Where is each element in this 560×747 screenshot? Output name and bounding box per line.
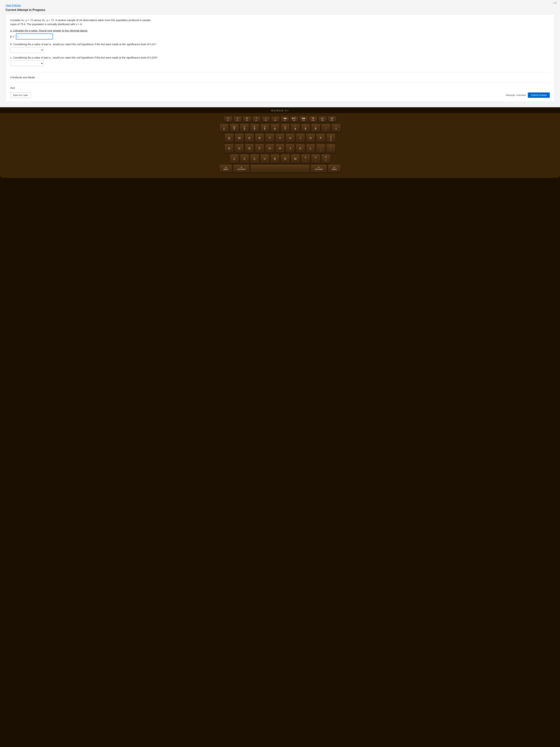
key-f6[interactable]: ·— F6 bbox=[271, 117, 279, 122]
key-c[interactable]: C bbox=[250, 154, 259, 163]
hint-label: Hint bbox=[10, 86, 15, 89]
key-semicolon[interactable]: : ; bbox=[316, 144, 325, 153]
part-c-dropdown[interactable]: Yes No bbox=[10, 60, 44, 66]
fast-forward-icon: ▶▶ bbox=[302, 117, 305, 120]
key-7[interactable]: & 7 bbox=[281, 124, 290, 132]
save-later-button[interactable]: Save for Later bbox=[10, 93, 31, 98]
key-alt-left[interactable]: alt option bbox=[219, 164, 232, 173]
key-period[interactable]: > . bbox=[311, 154, 320, 163]
play-pause-icon: ▶⏸ bbox=[292, 117, 296, 120]
key-f3[interactable]: ⊞ F3 bbox=[243, 117, 251, 122]
key-f5[interactable]: —· F5 bbox=[262, 117, 270, 122]
f2-label: F2 bbox=[237, 120, 239, 121]
p-label: p = bbox=[10, 35, 15, 38]
key-quote[interactable]: " ' bbox=[326, 144, 336, 153]
part-c-text: c. Considering the p-value of part a., w… bbox=[10, 56, 550, 59]
key-f8[interactable]: ▶⏸ F8 bbox=[290, 117, 298, 122]
f11-label: F11 bbox=[321, 120, 324, 121]
part-b-dropdown[interactable]: Yes No bbox=[10, 47, 44, 53]
key-3[interactable]: # 3 bbox=[240, 124, 249, 132]
key-s[interactable]: S bbox=[235, 144, 244, 153]
key-f4[interactable]: ⠿ F4 bbox=[252, 117, 261, 122]
minus-label: - bbox=[325, 128, 326, 130]
key-y[interactable]: Y bbox=[275, 133, 285, 143]
key-2[interactable]: @ 2 bbox=[230, 124, 239, 132]
key-t[interactable]: T bbox=[265, 133, 274, 143]
key-n[interactable]: N bbox=[281, 154, 290, 163]
hint-row[interactable]: Hint bbox=[10, 85, 550, 91]
key-cmd-right[interactable]: ⌘ command bbox=[311, 164, 327, 173]
key-equals[interactable]: + = bbox=[331, 124, 341, 132]
num-row: ! 1 @ 2 # 3 $ 4 % 5 ^ 6 bbox=[4, 124, 556, 132]
key-f1[interactable]: ☀ F1 bbox=[224, 117, 233, 122]
f9-label: F9 bbox=[302, 120, 304, 121]
f4-label: F4 bbox=[256, 120, 258, 121]
key-i[interactable]: I bbox=[296, 133, 305, 143]
key-r[interactable]: R bbox=[255, 133, 264, 143]
key-4[interactable]: $ 4 bbox=[250, 124, 259, 132]
key-b[interactable]: B bbox=[270, 154, 279, 163]
alt-left-bottom-label: option bbox=[223, 169, 228, 170]
key-8[interactable]: * 8 bbox=[291, 124, 300, 132]
key-1[interactable]: ! 1 bbox=[219, 124, 229, 132]
key-v[interactable]: V bbox=[260, 154, 269, 163]
key-openbracket[interactable]: { [ bbox=[326, 133, 336, 143]
key-z[interactable]: Z bbox=[230, 154, 239, 163]
key-l[interactable]: L bbox=[306, 144, 315, 153]
key-o[interactable]: O bbox=[306, 133, 315, 143]
key-0[interactable]: ) 0 bbox=[311, 124, 320, 132]
key-f2[interactable]: ☀ F2 bbox=[233, 117, 242, 122]
key-k[interactable]: K bbox=[296, 144, 305, 153]
brightness-low-icon: ☀ bbox=[227, 117, 229, 120]
key-f10[interactable]: 🔇 F10 bbox=[309, 117, 317, 122]
keyboard-backlight-low-icon: —· bbox=[264, 117, 267, 120]
volume-low-icon: 🔉 bbox=[321, 117, 324, 120]
key-f[interactable]: F bbox=[255, 144, 264, 153]
key-m[interactable]: M bbox=[291, 154, 300, 163]
key-w[interactable]: W bbox=[235, 133, 244, 143]
bottom-row: alt option ⌘ command ⌘ command alt optio… bbox=[4, 164, 556, 173]
screen-area: - / 4 View Policies Current Attempt in P… bbox=[0, 0, 560, 107]
key-space[interactable] bbox=[250, 164, 310, 173]
cmd-right-label: command bbox=[315, 169, 323, 170]
submit-button[interactable]: Submit Answer bbox=[528, 93, 550, 98]
1-label: 1 bbox=[223, 128, 224, 130]
key-minus[interactable]: _ - bbox=[321, 124, 330, 132]
fn-row: ☀ F1 ☀ F2 ⊞ F3 ⠿ F4 —· F5 ·— F6 bbox=[4, 117, 556, 122]
current-attempt-title: Current Attempt in Progress bbox=[5, 8, 555, 12]
key-d[interactable]: D bbox=[245, 144, 254, 153]
key-f12[interactable]: 🔊 F12 bbox=[328, 117, 336, 122]
key-f11[interactable]: 🔉 F11 bbox=[318, 117, 327, 122]
view-policies-link[interactable]: View Policies bbox=[5, 4, 21, 7]
key-h[interactable]: H bbox=[275, 144, 285, 153]
8-label: 8 bbox=[295, 128, 296, 130]
key-6[interactable]: ^ 6 bbox=[270, 124, 279, 132]
key-p[interactable]: P bbox=[316, 133, 325, 143]
key-9[interactable]: ( 9 bbox=[301, 124, 310, 132]
page-counter: - / 4 bbox=[552, 1, 556, 4]
3-label: 3 bbox=[244, 128, 245, 130]
f10-label: F10 bbox=[312, 120, 315, 121]
key-g[interactable]: G bbox=[265, 144, 274, 153]
key-f9[interactable]: ▶▶ F9 bbox=[299, 117, 308, 122]
p-equals-row: p = bbox=[10, 33, 550, 40]
key-slash[interactable]: ? / bbox=[321, 154, 330, 163]
key-e[interactable]: E bbox=[245, 133, 254, 143]
key-alt-right[interactable]: alt option bbox=[328, 164, 341, 173]
macbook-label: MacBook Air bbox=[0, 107, 560, 113]
f1-label: F1 bbox=[227, 120, 229, 121]
key-comma[interactable]: < , bbox=[301, 154, 310, 163]
key-f7[interactable]: ◀◀ F7 bbox=[281, 117, 289, 122]
divider-1 bbox=[10, 72, 550, 72]
p-value-input[interactable] bbox=[16, 33, 53, 40]
key-a[interactable]: A bbox=[224, 144, 234, 153]
key-q[interactable]: Q bbox=[224, 133, 234, 143]
key-cmd-left[interactable]: ⌘ command bbox=[233, 164, 249, 173]
cmd-left-label: command bbox=[237, 169, 245, 170]
key-u[interactable]: U bbox=[286, 133, 295, 143]
key-5[interactable]: % 5 bbox=[260, 124, 269, 132]
key-x[interactable]: X bbox=[240, 154, 249, 163]
key-j[interactable]: J bbox=[286, 144, 295, 153]
7-label: 7 bbox=[285, 128, 286, 130]
etextbook-row[interactable]: eTextbook and Media bbox=[10, 75, 550, 80]
